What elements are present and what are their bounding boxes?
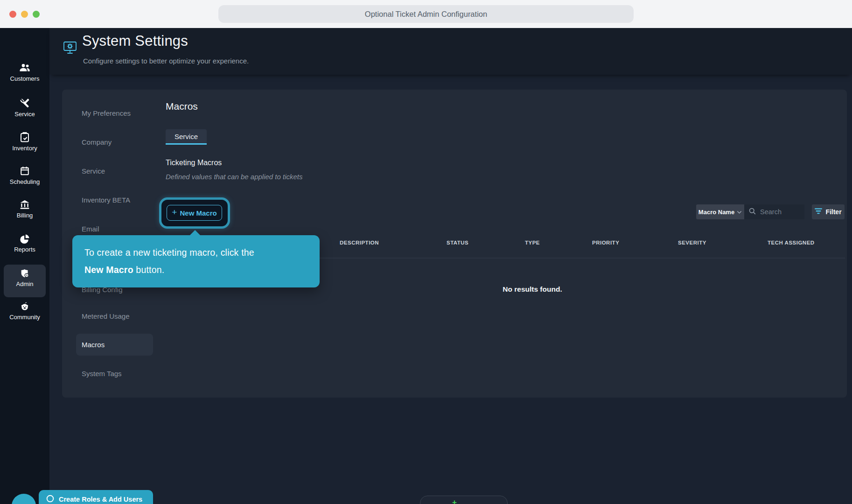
search-input[interactable]: [759, 208, 800, 216]
settings-nav-metered-usage[interactable]: Metered Usage: [82, 312, 130, 320]
people-icon: [19, 65, 31, 73]
clipboard-check-icon: [20, 134, 30, 142]
column-header-tech-assigned: TECH ASSIGNED: [768, 240, 815, 245]
column-header-status: STATUS: [447, 240, 468, 245]
sidebar-item-admin[interactable]: Admin: [4, 265, 46, 297]
coach-mark-tooltip: To create a new ticketing macro, click t…: [72, 235, 320, 287]
sidebar-item-customers[interactable]: Customers: [0, 63, 49, 82]
window-titlebar: Optional Ticket Admin Configuration: [0, 0, 852, 28]
mascot-icon: [20, 303, 30, 311]
close-window-button[interactable]: [9, 11, 16, 18]
settings-nav-my-preferences[interactable]: My Preferences: [82, 109, 131, 117]
sidebar-item-reports[interactable]: Reports: [0, 234, 49, 253]
tools-icon: [19, 100, 30, 108]
settings-nav-system-tags[interactable]: System Tags: [82, 370, 122, 378]
settings-nav-macros[interactable]: Macros: [82, 341, 105, 349]
green-plus-icon: +: [452, 498, 457, 504]
new-macro-button[interactable]: + New Macro: [167, 205, 222, 221]
settings-nav-company[interactable]: Company: [82, 138, 112, 146]
ticketing-macros-description: Defined values that can be applied to ti…: [166, 173, 303, 181]
column-header-severity: SEVERITY: [678, 240, 706, 245]
search-icon: [748, 207, 756, 217]
sidebar-item-inventory[interactable]: Inventory: [0, 132, 49, 152]
window-title: Optional Ticket Admin Configuration: [218, 5, 634, 23]
empty-results-message: No results found.: [462, 285, 602, 294]
column-header-type: TYPE: [525, 240, 540, 245]
column-header-priority: PRIORITY: [592, 240, 619, 245]
minimize-window-button[interactable]: [21, 11, 28, 18]
create-roles-add-users-button[interactable]: Create Roles & Add Users: [39, 490, 153, 504]
shield-badge-icon: [20, 270, 30, 278]
radio-circle-icon: [46, 495, 54, 504]
sidebar-item-community[interactable]: Community: [0, 301, 49, 321]
pie-chart-icon: [20, 236, 30, 244]
sort-column-dropdown[interactable]: Macro Name: [696, 204, 744, 219]
filter-icon: [815, 208, 822, 216]
calendar-icon: [20, 168, 30, 176]
sidebar-item-scheduling[interactable]: Scheduling: [0, 166, 49, 185]
filter-button[interactable]: Filter: [812, 204, 845, 219]
zoom-window-button[interactable]: [33, 11, 40, 18]
app-sidebar: Customers Service Inventory Scheduling B…: [0, 28, 49, 504]
settings-nav-inventory-beta[interactable]: Inventory BETA: [82, 196, 130, 204]
tab-service[interactable]: Service: [166, 129, 207, 145]
settings-nav-service[interactable]: Service: [82, 167, 105, 175]
settings-nav-email[interactable]: Email: [82, 225, 99, 233]
monitor-gear-icon: [63, 40, 77, 57]
new-macro-highlight-ring: + New Macro: [159, 197, 230, 229]
bottom-center-partial-button[interactable]: +: [420, 496, 508, 504]
search-box: [744, 204, 804, 219]
page-header: System Settings Configure settings to be…: [49, 28, 852, 75]
page-subtitle: Configure settings to better optimize yo…: [83, 57, 249, 65]
ticketing-macros-title: Ticketing Macros: [166, 159, 222, 167]
plus-icon: +: [172, 207, 177, 217]
section-heading: Macros: [166, 101, 198, 112]
page-title: System Settings: [82, 33, 188, 49]
column-header-description: DESCRIPTION: [340, 240, 379, 245]
chevron-down-icon: [737, 209, 742, 216]
sidebar-item-billing[interactable]: Billing: [0, 200, 49, 219]
bank-icon: [19, 202, 30, 210]
sidebar-item-service[interactable]: Service: [0, 98, 49, 118]
